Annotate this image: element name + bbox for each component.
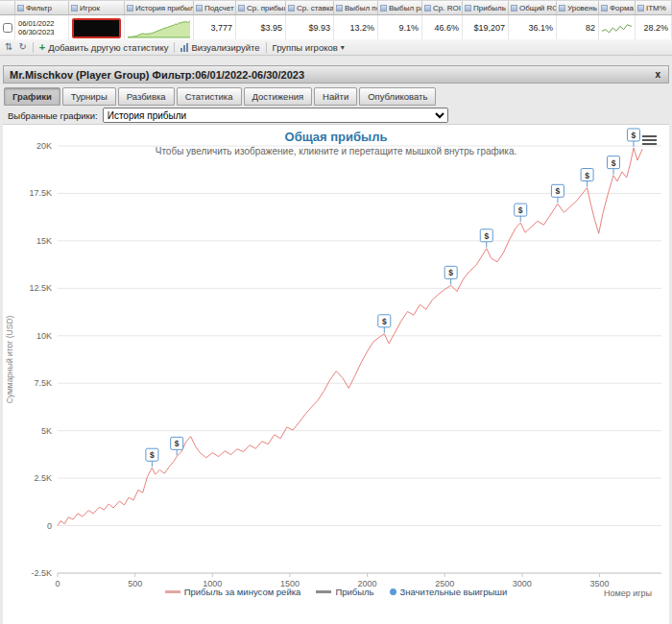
column-label: Ср. прибыль: [247, 4, 286, 12]
column-filter-icon: [637, 5, 644, 12]
graph-type-select[interactable]: История прибыли: [103, 108, 448, 123]
column-header[interactable]: Выбыл поз.: [334, 1, 378, 14]
graph-select-label: Выбранные графики:: [8, 110, 98, 121]
column-label: Подсчет: [204, 4, 234, 12]
column-label: История прибыли: [135, 4, 194, 12]
filter-dates-cell: 06/01/2022 06/30/2023: [15, 15, 69, 40]
player-groups-label: Группы игроков: [273, 42, 338, 53]
column-filter-icon: [238, 5, 245, 12]
tab-achievements[interactable]: Достижения: [244, 87, 313, 106]
column-label: Форма: [610, 4, 634, 12]
add-statistic-label: Добавить другую статистику: [48, 42, 168, 53]
svg-text:17.5K: 17.5K: [29, 188, 52, 198]
toolbar-divider: [266, 42, 267, 53]
tab-tournaments[interactable]: Турниры: [62, 87, 116, 106]
column-label: Выбыл ран.: [389, 4, 422, 12]
svg-text:15K: 15K: [36, 236, 52, 246]
svg-text:2.5K: 2.5K: [34, 473, 52, 483]
sort-icon[interactable]: ⇅: [5, 42, 12, 52]
filter-date-to: 06/30/2023: [18, 28, 55, 36]
chevron-down-icon: ▾: [341, 43, 345, 52]
itm-cell: 28.2%: [636, 15, 672, 40]
column-label: Выбыл поз.: [345, 4, 378, 12]
legend-label: Значительные выигрыши: [400, 587, 508, 597]
form-cell: [599, 15, 636, 40]
column-filter-icon: [424, 5, 431, 12]
column-header[interactable]: Игрок: [69, 1, 125, 14]
row-checkbox[interactable]: [3, 23, 12, 33]
column-label: Прибыль: [473, 4, 506, 12]
column-header[interactable]: Общий ROI: [509, 1, 557, 14]
visualize-label: Визуализируйте: [191, 42, 259, 53]
toolbar: ⇅ ↻ + Добавить другую статистику Визуали…: [0, 39, 672, 56]
tab-charts[interactable]: Графики: [4, 87, 60, 106]
player-name-redacted: [72, 18, 121, 38]
tab-statistics[interactable]: Статистика: [177, 87, 242, 106]
svg-text:10K: 10K: [36, 331, 52, 341]
profit-chart[interactable]: -2.5K02.5K5K7.5K10K12.5K15K17.5K20K05001…: [3, 125, 669, 624]
column-header[interactable]: Фильтр: [15, 1, 69, 14]
column-header[interactable]: Подсчет: [194, 1, 236, 14]
tab-breakdown[interactable]: Разбивка: [118, 87, 175, 106]
column-label: Уровень: [567, 4, 597, 12]
column-label: ITM%: [646, 4, 666, 12]
column-header[interactable]: ITM%: [636, 1, 672, 14]
column-filter-icon: [196, 5, 203, 12]
column-filter-icon: [465, 5, 471, 12]
chart-legend: Прибыль за минусом рейка Прибыль Значите…: [3, 587, 669, 597]
busted-early-cell: 9.1%: [378, 15, 422, 40]
svg-text:20K: 20K: [36, 141, 52, 151]
close-icon[interactable]: x: [653, 69, 662, 80]
refresh-icon[interactable]: ↻: [18, 42, 26, 52]
player-groups-button[interactable]: Группы игроков ▾: [273, 42, 345, 53]
column-filter-icon: [601, 5, 608, 12]
column-filter-icon: [380, 5, 387, 12]
column-header[interactable]: История прибыли: [125, 1, 194, 14]
legend-item-significant-wins[interactable]: Значительные выигрыши: [390, 587, 508, 597]
column-label: Ср. ROI: [433, 4, 461, 12]
column-label: Ср. ставка: [297, 4, 334, 12]
legend-item-profit[interactable]: Прибыль: [316, 587, 373, 597]
level-cell: 82: [557, 15, 599, 40]
add-statistic-button[interactable]: + Добавить другую статистику: [39, 42, 169, 53]
column-header[interactable]: Уровень: [557, 1, 599, 14]
tab-publish[interactable]: Опубликовать: [359, 87, 436, 106]
svg-text:5K: 5K: [41, 426, 52, 436]
column-label: Фильтр: [26, 4, 52, 12]
busted-late-cell: 13.2%: [334, 15, 378, 40]
panel-title: Mr.Mischkov (Player Group) Фильтр:06/01/…: [10, 69, 304, 81]
svg-text:0: 0: [47, 521, 52, 531]
tab-find[interactable]: Найти: [314, 87, 357, 106]
column-header[interactable]: Форма: [599, 1, 636, 14]
player-cell: [69, 15, 125, 40]
column-header[interactable]: Выбыл ран.: [378, 1, 422, 14]
column-filter-icon: [71, 5, 78, 12]
table-row[interactable]: 06/01/2022 06/30/2023 3,777 $3.95 $9.93 …: [0, 15, 672, 41]
column-header[interactable]: Ср. прибыль: [236, 1, 286, 14]
table-header-row: Фильтр Игрок История прибыли Подсчет Ср.…: [0, 0, 672, 15]
player-stats-table: Фильтр Игрок История прибыли Подсчет Ср.…: [0, 0, 672, 41]
legend-label: Прибыль за минусом рейка: [184, 587, 301, 597]
form-sparkline: [602, 21, 632, 35]
column-header[interactable]: Ср. ставка: [286, 1, 334, 14]
graph-select-row: Выбранные графики: История прибыли: [3, 107, 669, 125]
svg-text:$: $: [175, 439, 180, 448]
legend-line-symbol: [316, 590, 331, 593]
visualize-button[interactable]: Визуализируйте: [180, 42, 259, 53]
plus-icon: +: [39, 42, 45, 52]
bar-chart-icon: [180, 43, 188, 52]
column-header[interactable]: Прибыль: [463, 1, 509, 14]
column-filter-icon: [559, 5, 565, 12]
column-header[interactable]: Ср. ROI: [422, 1, 463, 14]
svg-text:$: $: [150, 450, 155, 460]
svg-text:$: $: [556, 186, 561, 196]
svg-text:$: $: [448, 268, 453, 277]
row-checkbox-cell: [0, 15, 15, 40]
svg-text:$: $: [632, 131, 636, 140]
column-filter-icon: [336, 5, 343, 12]
column-label: Игрок: [80, 4, 100, 12]
svg-text:$: $: [484, 231, 489, 241]
legend-item-profit-minus-rake[interactable]: Прибыль за минусом рейка: [165, 587, 301, 597]
filter-date-from: 06/01/2022: [18, 19, 55, 28]
svg-text:$: $: [612, 158, 616, 168]
